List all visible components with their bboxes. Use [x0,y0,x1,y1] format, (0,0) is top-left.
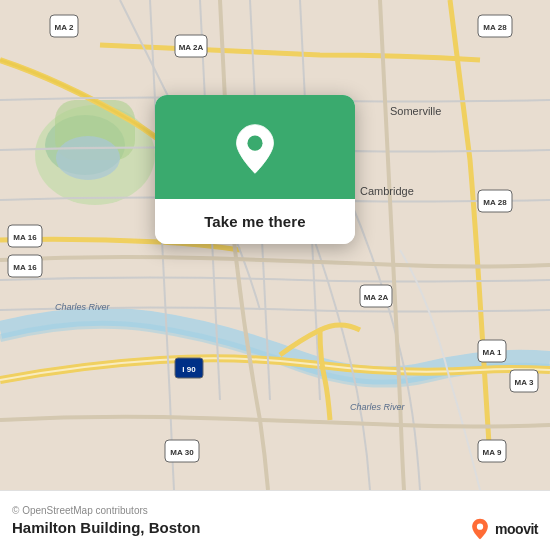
svg-text:MA 1: MA 1 [483,348,502,357]
svg-text:MA 28: MA 28 [483,23,507,32]
map-svg: MA 2 MA 2A MA 28 MA 28 MA 16 MA 16 I 90 … [0,0,550,490]
svg-text:MA 30: MA 30 [170,448,194,457]
svg-text:I 90: I 90 [182,365,196,374]
svg-text:MA 16: MA 16 [13,233,37,242]
svg-text:MA 2A: MA 2A [364,293,389,302]
svg-point-4 [56,136,120,180]
svg-text:MA 2A: MA 2A [179,43,204,52]
svg-text:MA 2: MA 2 [55,23,74,32]
svg-text:Charles River: Charles River [55,302,111,312]
svg-text:Charles River: Charles River [350,402,406,412]
card-green-section [155,95,355,199]
moovit-logo: moovit [469,518,538,540]
moovit-brand-text: moovit [495,521,538,537]
attribution-text: © OpenStreetMap contributors [12,505,538,516]
svg-point-33 [247,136,262,151]
map-container: MA 2 MA 2A MA 28 MA 28 MA 16 MA 16 I 90 … [0,0,550,490]
take-me-there-button[interactable]: Take me there [155,199,355,244]
moovit-pin-icon [469,518,491,540]
svg-text:MA 9: MA 9 [483,448,502,457]
svg-text:MA 16: MA 16 [13,263,37,272]
svg-text:MA 28: MA 28 [483,198,507,207]
svg-text:Somerville: Somerville [390,105,441,117]
location-card: Take me there [155,95,355,244]
svg-text:Cambridge: Cambridge [360,185,414,197]
bottom-bar: © OpenStreetMap contributors Hamilton Bu… [0,490,550,550]
location-title: Hamilton Building, Boston [12,519,538,536]
svg-point-34 [477,524,483,530]
svg-text:MA 3: MA 3 [515,378,534,387]
location-pin-icon [229,123,281,175]
